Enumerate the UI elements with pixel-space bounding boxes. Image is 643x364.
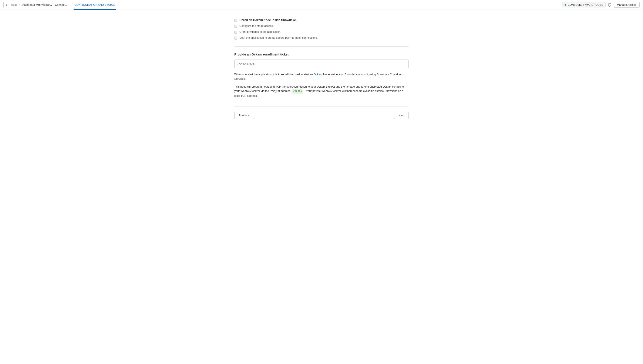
tab-configuration-and-status[interactable]: CONFIGURATION AND STATUS	[74, 0, 116, 10]
warehouse-badge: CONSUMER_WAREHOUSE	[562, 2, 606, 8]
back-icon: ‹	[6, 3, 7, 6]
back-button[interactable]: ‹	[4, 2, 9, 8]
enrollment-ticket-input[interactable]	[234, 60, 409, 68]
section-divider-1	[234, 46, 409, 46]
step-4-text: Start the application to create secure p…	[240, 36, 318, 39]
step-item-4: Start the application to create secure p…	[234, 36, 409, 40]
next-button[interactable]: Next	[394, 112, 409, 119]
desc2-project-italic: Project	[326, 85, 335, 88]
description-paragraph-1: When you start the application, this tic…	[234, 72, 409, 81]
step-3-text: Grant privileges to the application.	[240, 30, 281, 34]
enrollment-section: Provide an Ockam enrollment ticket When …	[234, 52, 409, 98]
apps-nav-link[interactable]: Apps	[11, 3, 18, 6]
step-item-3: Grant privileges to the application.	[234, 30, 409, 34]
step-3-checkbox[interactable]	[234, 30, 237, 34]
ockam-link[interactable]: Ockam	[314, 73, 322, 76]
description-paragraph-2: This node will create an outgoing TCP tr…	[234, 84, 409, 98]
desc1-before-link: When you start the application, this tic…	[234, 73, 314, 76]
header: ‹ Apps / Stage data with WebDAV - Connec…	[0, 0, 643, 10]
main-content: Enroll an Ockam node inside Snowflake. C…	[230, 10, 413, 127]
step-1-checkbox[interactable]	[234, 19, 237, 22]
webdav-code-badge: webdav	[292, 89, 304, 94]
warehouse-name: CONSUMER_WAREHOUSE	[568, 3, 603, 6]
previous-button[interactable]: Previous	[234, 112, 254, 119]
nav-buttons: Previous Next	[234, 106, 409, 119]
step-2-text: Configure the stage access.	[240, 24, 274, 28]
step-item-2: Configure the stage access.	[234, 24, 409, 28]
step-4-checkbox[interactable]	[234, 36, 237, 40]
nav-separator: /	[19, 3, 20, 6]
warehouse-status-dot	[564, 4, 566, 6]
manage-access-button[interactable]: Manage Access	[614, 2, 640, 8]
desc2-before-italic: This node will create an outgoing TCP tr…	[234, 85, 326, 88]
step-item-1: Enroll an Ockam node inside Snowflake.	[234, 18, 409, 22]
header-right: CONSUMER_WAREHOUSE Manage Access	[562, 2, 640, 8]
desc2-relay-italic: Relay	[270, 89, 277, 92]
step-2-checkbox[interactable]	[234, 25, 237, 28]
step-1-text: Enroll an Ockam node inside Snowflake.	[240, 18, 296, 22]
desc2-middle2: at address	[277, 89, 291, 92]
section-title: Provide an Ockam enrollment ticket	[234, 52, 409, 56]
shield-icon[interactable]	[607, 2, 612, 7]
steps-list: Enroll an Ockam node inside Snowflake. C…	[234, 18, 409, 40]
header-tabs: CONFIGURATION AND STATUS	[74, 0, 116, 10]
app-title-breadcrumb: Stage data with WebDAV - Connec...	[22, 3, 67, 6]
